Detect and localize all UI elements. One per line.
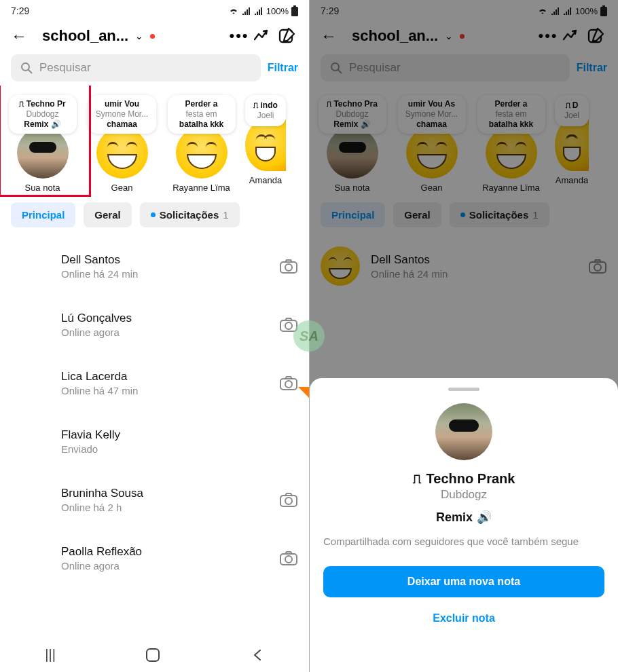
search-row: Pesquisar Filtrar xyxy=(0,54,309,86)
chevron-down-icon[interactable]: ⌄ xyxy=(445,31,453,41)
avatar xyxy=(11,305,50,344)
note-item[interactable]: ⎍ D Joel Amanda xyxy=(555,95,589,193)
svg-point-22 xyxy=(594,264,601,271)
avatar xyxy=(245,119,286,171)
battery-icon xyxy=(291,5,298,16)
svg-line-4 xyxy=(29,70,32,73)
tabs-row: Principal Geral Solicitações 1 xyxy=(310,198,618,230)
signal-icon xyxy=(551,7,560,15)
activity-icon[interactable] xyxy=(562,29,583,43)
compose-button[interactable] xyxy=(278,27,298,45)
svg-rect-17 xyxy=(600,7,607,16)
chat-row[interactable]: Dell Santos Online há 24 min xyxy=(0,237,309,295)
speaker-icon: 🔊 xyxy=(477,510,492,525)
signal-icon-2 xyxy=(254,7,263,15)
note-bubble: ⎍ indo Joeli xyxy=(245,95,286,126)
more-button[interactable]: ••• xyxy=(538,27,558,45)
note-bubble: Perder a festa em batalha kkk xyxy=(477,95,545,134)
note-item[interactable]: ⎍ indo Joeli Amanda xyxy=(245,95,286,193)
camera-icon[interactable] xyxy=(279,375,298,391)
back-button[interactable]: ← xyxy=(321,28,341,44)
camera-icon[interactable] xyxy=(588,258,607,274)
request-dot xyxy=(151,212,156,217)
chat-row[interactable]: Paolla Reflexão Online agora xyxy=(0,529,309,587)
recents-button[interactable]: ||| xyxy=(45,647,56,662)
avatar xyxy=(406,127,458,179)
note-visibility-desc: Compartilhada com seguidores que você ta… xyxy=(323,534,604,548)
new-note-button[interactable]: Deixar uma nova nota xyxy=(323,566,604,597)
note-item[interactable]: umir Vou Symone Mor... chamaa Gean xyxy=(86,95,158,193)
camera-icon[interactable] xyxy=(279,550,298,566)
android-nav: ||| xyxy=(0,637,309,672)
tabs-row: Principal Geral Solicitações 1 xyxy=(0,198,309,230)
svg-rect-15 xyxy=(147,649,159,661)
wifi-icon xyxy=(537,7,548,15)
search-input[interactable]: Pesquisar xyxy=(11,54,261,81)
chat-row[interactable]: Lú Gonçalves Online agora xyxy=(0,295,309,354)
tab-solicitacoes[interactable]: Solicitações 1 xyxy=(140,202,240,227)
chat-row[interactable]: Lica Lacerda Online há 47 min xyxy=(0,354,309,412)
note-bubble: ⎍ Techno Pra Dubdogz Remix 🔊 xyxy=(319,95,386,134)
search-input[interactable]: Pesquisar xyxy=(321,54,570,81)
svg-point-6 xyxy=(285,264,292,271)
avatar xyxy=(555,119,589,171)
chat-row[interactable]: Bruninha Sousa Online há 2 h xyxy=(0,470,309,529)
svg-rect-0 xyxy=(293,5,296,7)
delete-note-link[interactable]: Excluir nota xyxy=(433,612,495,624)
avatar xyxy=(486,127,537,179)
tab-principal[interactable]: Principal xyxy=(321,202,385,227)
search-row: Pesquisar Filtrar xyxy=(310,54,618,86)
avatar xyxy=(176,127,228,179)
battery-icon xyxy=(600,5,607,16)
search-icon xyxy=(330,62,342,74)
signal-icon-2 xyxy=(563,7,572,15)
chevron-down-icon[interactable]: ⌄ xyxy=(135,31,143,41)
avatar xyxy=(327,127,378,179)
camera-icon[interactable] xyxy=(279,258,298,274)
dm-header: ← school_an... ⌄ ••• xyxy=(0,20,309,54)
more-button[interactable]: ••• xyxy=(229,27,249,45)
tab-principal[interactable]: Principal xyxy=(11,202,75,227)
camera-icon[interactable] xyxy=(279,491,298,508)
back-nav-button[interactable] xyxy=(251,648,264,662)
svg-line-20 xyxy=(338,70,342,73)
note-bubble: umir Vou As Symone Mor... chamaa xyxy=(398,95,466,134)
back-button[interactable]: ← xyxy=(11,28,31,44)
compose-button[interactable] xyxy=(587,27,607,45)
username-switcher[interactable]: school_an... xyxy=(42,27,128,45)
chat-list: Dell Santos Online há 24 min xyxy=(310,230,618,295)
chat-row[interactable]: Dell Santos Online há 24 min xyxy=(310,237,618,295)
notification-dot xyxy=(150,34,155,39)
filter-link[interactable]: Filtrar xyxy=(577,62,607,74)
avatar xyxy=(96,127,148,179)
activity-icon[interactable] xyxy=(253,29,274,43)
avatar xyxy=(11,480,50,519)
tab-solicitacoes[interactable]: Solicitações 1 xyxy=(450,202,549,227)
note-bubble: ⎍ D Joel xyxy=(555,95,589,126)
note-item[interactable]: Perder a festa em batalha kkk Rayanne Lï… xyxy=(166,95,237,193)
note-item[interactable]: umir Vou As Symone Mor... chamaa Gean xyxy=(396,95,467,193)
note-your-note[interactable]: ⎍ Techno Pra Dubdogz Remix 🔊 Sua nota xyxy=(316,95,388,193)
battery-pct: 100% xyxy=(266,6,289,16)
tab-geral[interactable]: Geral xyxy=(393,202,441,227)
battery-pct: 100% xyxy=(575,6,598,16)
tutorial-highlight xyxy=(0,86,91,197)
svg-rect-16 xyxy=(602,5,605,7)
decorative-corner xyxy=(298,387,309,398)
svg-rect-1 xyxy=(291,7,298,16)
avatar xyxy=(11,422,50,461)
tab-geral[interactable]: Geral xyxy=(84,202,131,227)
filter-link[interactable]: Filtrar xyxy=(268,62,298,74)
search-icon xyxy=(20,62,33,74)
music-bars-icon: ⎍ xyxy=(413,471,421,487)
status-time: 7:29 xyxy=(321,5,339,16)
username-switcher[interactable]: school_an... xyxy=(352,27,438,45)
home-button[interactable] xyxy=(145,648,160,662)
chat-row[interactable]: Flavia Kelly Enviado xyxy=(0,412,309,470)
status-bar: 7:29 100% xyxy=(0,0,309,20)
note-bubble: Perder a festa em batalha kkk xyxy=(168,95,236,134)
sheet-handle[interactable] xyxy=(448,388,479,391)
signal-icon xyxy=(242,7,251,15)
note-item[interactable]: Perder a festa em batalha kkk Rayanne Lï… xyxy=(475,95,547,193)
request-dot xyxy=(460,212,465,217)
